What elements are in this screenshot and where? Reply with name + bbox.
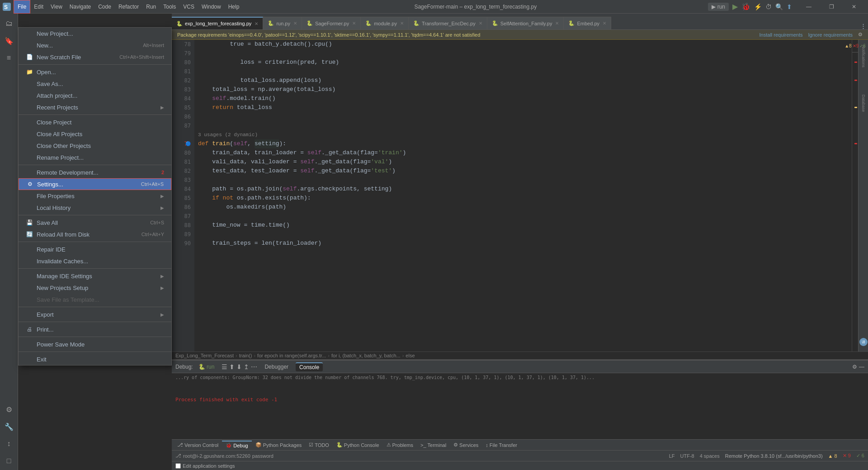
debug-step-over-btn[interactable]: ⬆: [229, 363, 235, 370]
bottom-tab-todo[interactable]: ☑ TODO: [305, 441, 333, 449]
tab-close-4[interactable]: ✕: [400, 21, 404, 26]
menu-exit[interactable]: Exit: [19, 353, 171, 365]
panel-settings-icon[interactable]: ⚙: [852, 364, 857, 370]
tab-close-6[interactable]: ✕: [555, 21, 559, 26]
bottom-tab-services[interactable]: ⚙ Services: [450, 441, 482, 449]
coverage-button[interactable]: ⚡: [754, 3, 762, 10]
debug-step-into-btn[interactable]: ⬇: [236, 363, 242, 370]
bottom-tab-version-control[interactable]: ⎇ Version Control: [174, 441, 222, 449]
menu-close-all-projects[interactable]: Close All Projects: [19, 128, 171, 140]
debug-button[interactable]: 🐞: [741, 2, 750, 11]
menu-tools[interactable]: Tools: [160, 0, 179, 14]
breadcrumb-3[interactable]: for epoch in range(self.args.tr...: [257, 353, 326, 358]
bottom-tab-file-transfer[interactable]: ↕ File Transfer: [482, 442, 521, 449]
menu-power-save[interactable]: Power Save Mode: [19, 338, 171, 350]
tab-selfattention[interactable]: 🐍 SelfAttention_Family.py ✕: [487, 17, 564, 29]
close-button[interactable]: ✕: [844, 0, 864, 14]
menu-new-projects-setup[interactable]: New Projects Setup ▶: [19, 282, 171, 294]
tab-close-5[interactable]: ✕: [479, 21, 482, 26]
sidebar-bottom3-icon[interactable]: ↕: [1, 436, 17, 452]
console-tab[interactable]: Console: [296, 362, 323, 371]
sidebar-bottom2-icon[interactable]: 🔧: [1, 418, 17, 435]
run-config[interactable]: ▶ run: [708, 3, 729, 11]
tabs-overflow[interactable]: ⋮: [859, 23, 868, 29]
menu-window[interactable]: Window: [198, 0, 225, 14]
sidebar-structure-icon[interactable]: ≡: [1, 50, 17, 66]
menu-save-all[interactable]: 💾Save All Ctrl+S: [19, 217, 171, 228]
translate-button[interactable]: 译: [859, 338, 868, 346]
menu-vcs[interactable]: VCS: [179, 0, 198, 14]
run-button[interactable]: ▶: [732, 2, 738, 11]
menu-new[interactable]: New... Alt+Insert: [19, 39, 171, 51]
menu-remote-development[interactable]: Remote Development... 2: [19, 166, 171, 178]
menu-attach-project[interactable]: Attach project...: [19, 90, 171, 101]
maximize-button[interactable]: ❐: [821, 0, 842, 14]
debugger-tab[interactable]: Debugger: [261, 363, 292, 371]
tab-exp-long-term[interactable]: 🐍 exp_long_term_forecasting.py ✕: [172, 17, 263, 29]
code-editor[interactable]: true = batch_y.detach().cpu() loss = cri…: [194, 40, 852, 351]
interpreter-info[interactable]: Remote Python 3.8.10 (sf.../usr/bin/pyth…: [725, 453, 823, 459]
panel-close-icon[interactable]: —: [859, 364, 864, 370]
line-separator[interactable]: LF: [669, 453, 675, 459]
menu-view[interactable]: View: [47, 0, 66, 14]
menu-close-other-projects[interactable]: Close Other Projects: [19, 140, 171, 152]
search-button[interactable]: 🔍: [775, 3, 783, 10]
menu-export[interactable]: Export ▶: [19, 309, 171, 320]
menu-new-scratch-file[interactable]: 📄New Scratch File Ctrl+Alt+Shift+Insert: [19, 51, 171, 63]
tab-close-7[interactable]: ✕: [603, 21, 606, 26]
menu-help[interactable]: Help: [225, 0, 243, 14]
debug-step-out-btn[interactable]: ↥: [244, 363, 249, 370]
menu-code[interactable]: Code: [94, 0, 115, 14]
sidebar-bottom1-icon[interactable]: ⚙: [1, 401, 17, 418]
tab-embed[interactable]: 🐍 Embed.py ✕: [564, 17, 611, 29]
git-remote[interactable]: root@i-2.gpushare.com:52260: [183, 453, 250, 459]
update-button[interactable]: ⬆: [787, 3, 792, 10]
menu-recent-projects[interactable]: Recent Projects ▶: [19, 101, 171, 113]
profile-button[interactable]: ⏱: [765, 3, 772, 10]
menu-open[interactable]: 📁Open...: [19, 66, 171, 78]
menu-close-project[interactable]: Close Project: [19, 116, 171, 128]
menu-manage-ide-settings[interactable]: Manage IDE Settings ▶: [19, 270, 171, 282]
encoding[interactable]: UTF-8: [680, 453, 694, 459]
tab-close-1[interactable]: ✕: [255, 21, 258, 26]
menu-repair-ide[interactable]: Repair IDE: [19, 243, 171, 255]
menu-file[interactable]: File: [14, 0, 30, 14]
menu-file-properties[interactable]: File Properties ▶: [19, 190, 171, 202]
debug-resume-btn[interactable]: ☰: [222, 363, 227, 370]
minimize-button[interactable]: —: [798, 0, 819, 14]
warning-settings-icon[interactable]: ⚙: [858, 32, 863, 38]
breadcrumb-1[interactable]: Exp_Long_Term_Forecast: [175, 353, 234, 358]
install-requirements-link[interactable]: Install requirements: [760, 32, 803, 38]
menu-edit[interactable]: Edit: [30, 0, 47, 14]
bottom-tab-terminal[interactable]: >_ Terminal: [417, 442, 450, 449]
menu-navigate[interactable]: Navigate: [66, 0, 94, 14]
indent-info[interactable]: 4 spaces: [700, 453, 720, 459]
menu-rename-project[interactable]: Rename Project...: [19, 152, 171, 163]
debug-run-to-cursor-btn[interactable]: ⋯: [251, 363, 257, 370]
sidebar-project-icon[interactable]: 🗂: [1, 15, 17, 32]
tab-sageformer[interactable]: 🐍 SageFormer.py ✕: [302, 17, 361, 29]
tab-module[interactable]: 🐍 module.py ✕: [361, 17, 409, 29]
menu-settings[interactable]: ⚙Settings... Ctrl+Alt+S: [19, 178, 171, 190]
menu-new-project[interactable]: New Project...: [19, 28, 171, 39]
app-settings-checkbox[interactable]: [175, 463, 181, 469]
bottom-tab-python-packages[interactable]: 📦 Python Packages: [252, 441, 306, 449]
tab-close-3[interactable]: ✕: [352, 21, 356, 26]
menu-print[interactable]: 🖨Print...: [19, 323, 171, 335]
menu-reload-all[interactable]: 🔄Reload All from Disk Ctrl+Alt+Y: [19, 228, 171, 240]
breadcrumb-4[interactable]: for i, (batch_x, batch_y, batch...: [331, 353, 401, 358]
tab-close-2[interactable]: ✕: [293, 21, 297, 26]
menu-invalidate-caches[interactable]: Invalidate Caches...: [19, 255, 171, 267]
bottom-tab-problems[interactable]: ⚠ Problems: [383, 441, 417, 449]
ignore-requirements-link[interactable]: Ignore requirements: [808, 32, 853, 38]
menu-save-as[interactable]: Save As...: [19, 78, 171, 90]
bottom-tab-debug[interactable]: 🐞 Debug: [222, 441, 251, 449]
tab-transformer-encdec[interactable]: 🐍 Transformer_EncDec.py ✕: [409, 17, 487, 29]
menu-run[interactable]: Run: [142, 0, 160, 14]
sidebar-bookmark-icon[interactable]: 🔖: [1, 33, 17, 49]
breadcrumb-5[interactable]: else: [406, 353, 415, 358]
menu-local-history[interactable]: Local History ▶: [19, 202, 171, 214]
breadcrumb-2[interactable]: train(): [239, 353, 252, 358]
bottom-tab-python-console[interactable]: 🐍 Python Console: [333, 441, 383, 449]
tab-run[interactable]: 🐍 run.py ✕: [263, 17, 302, 29]
